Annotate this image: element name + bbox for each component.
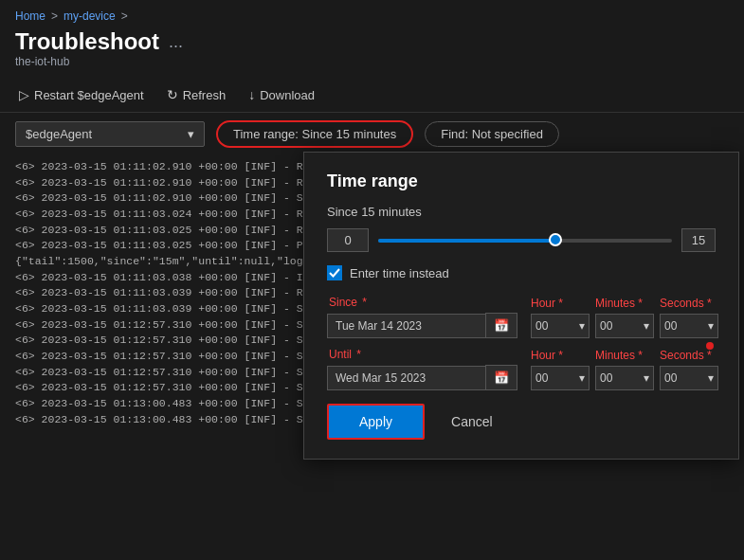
until-seconds-select[interactable]: 00▾: [660, 366, 718, 390]
until-calendar-button[interactable]: 📅: [485, 365, 517, 390]
since-time-fields: Hour * 00▾ Minutes * 00▾ Seconds *: [531, 297, 718, 338]
since-minutes-select[interactable]: 00▾: [595, 314, 654, 338]
since-date-input-row: 📅: [327, 313, 517, 338]
since-calendar-button[interactable]: 📅: [485, 313, 517, 338]
since-hour-select[interactable]: 00▾: [531, 314, 590, 338]
page-title-row: Troubleshoot ...: [0, 27, 744, 55]
enter-time-checkbox[interactable]: [327, 265, 342, 280]
apply-button[interactable]: Apply: [327, 404, 425, 440]
action-row: Apply Cancel: [327, 404, 716, 440]
until-hour-group: Hour * 00▾: [531, 349, 590, 390]
until-time-fields: Hour * 00▾ Minutes * 00▾ Seconds *: [531, 349, 718, 390]
agent-dropdown-value: $edgeAgent: [26, 127, 92, 141]
until-label: Until *: [327, 348, 517, 361]
toolbar: ▷ Restart $edgeAgent ↻ Refresh ↓ Downloa…: [0, 78, 744, 113]
download-icon: ↓: [248, 87, 255, 102]
since-seconds-select[interactable]: 00▾: [660, 314, 718, 338]
until-minutes-label: Minutes *: [595, 349, 654, 362]
breadcrumb-home[interactable]: Home: [15, 9, 45, 23]
page-subtitle: the-iot-hub: [0, 55, 744, 78]
refresh-label: Refresh: [183, 88, 227, 102]
restart-label: Restart $edgeAgent: [34, 88, 144, 102]
red-dot-indicator: [706, 342, 714, 350]
slider-track[interactable]: [378, 239, 672, 243]
until-date-input-row: 📅: [327, 365, 517, 390]
more-options-icon[interactable]: ...: [169, 32, 183, 52]
since-label: Since *: [327, 296, 517, 309]
refresh-icon: ↻: [167, 87, 178, 102]
refresh-button[interactable]: ↻ Refresh: [163, 85, 230, 104]
since-hour-group: Hour * 00▾: [531, 297, 590, 338]
agent-dropdown[interactable]: $edgeAgent ▾: [15, 121, 205, 147]
until-hour-select[interactable]: 00▾: [531, 366, 590, 390]
until-date-input[interactable]: [327, 366, 485, 390]
since-minutes-group: Minutes * 00▾: [595, 297, 654, 338]
slider-max-input[interactable]: [681, 228, 716, 252]
slider-row: [327, 228, 716, 252]
download-button[interactable]: ↓ Download: [245, 85, 318, 104]
panel-title: Time range: [327, 172, 716, 191]
restart-button[interactable]: ▷ Restart $edgeAgent: [15, 85, 148, 104]
cancel-button[interactable]: Cancel: [436, 406, 508, 438]
slider-fill: [378, 239, 554, 243]
slider-thumb: [549, 233, 562, 246]
breadcrumb-sep2: >: [121, 9, 128, 23]
until-seconds-label: Seconds *: [660, 349, 718, 362]
until-minutes-group: Minutes * 00▾: [595, 349, 654, 390]
slider-label: Since 15 minutes: [327, 205, 716, 219]
enter-time-label[interactable]: Enter time instead: [350, 266, 449, 280]
time-range-button[interactable]: Time range: Since 15 minutes: [216, 120, 413, 148]
download-label: Download: [260, 88, 315, 102]
chevron-down-icon: ▾: [188, 127, 194, 141]
slider-min-input[interactable]: [327, 228, 369, 252]
since-date-input[interactable]: [327, 314, 485, 338]
page-title: Troubleshoot: [15, 28, 159, 55]
breadcrumb-device[interactable]: my-device: [64, 9, 116, 23]
since-hour-label: Hour *: [531, 297, 590, 310]
until-minutes-select[interactable]: 00▾: [595, 366, 654, 390]
until-date-group: Until * 📅: [327, 348, 517, 390]
filter-row: $edgeAgent ▾ Time range: Since 15 minute…: [0, 113, 744, 155]
time-range-panel: Time range Since 15 minutes Enter time i…: [303, 152, 739, 460]
until-seconds-group: Seconds * 00▾: [660, 349, 718, 390]
since-seconds-group: Seconds * 00▾: [660, 297, 718, 338]
until-hour-label: Hour *: [531, 349, 590, 362]
breadcrumb: Home > my-device >: [0, 0, 744, 27]
since-seconds-label: Seconds *: [660, 297, 718, 310]
since-minutes-label: Minutes *: [595, 297, 654, 310]
breadcrumb-sep1: >: [51, 9, 58, 23]
since-date-group: Since * 📅: [327, 296, 517, 338]
enter-time-checkbox-row: Enter time instead: [327, 265, 716, 280]
play-icon: ▷: [19, 87, 29, 102]
find-button[interactable]: Find: Not specified: [425, 121, 559, 147]
